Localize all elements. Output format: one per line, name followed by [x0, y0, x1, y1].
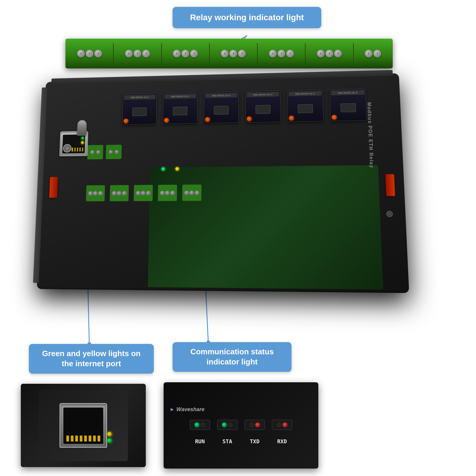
term-screw: [93, 191, 98, 196]
relay-unit-6: SRD-05VDC-SL-C: [329, 89, 367, 121]
rj45-socket: [60, 403, 107, 448]
chassis-top-edge: [51, 70, 393, 84]
terminal-divider: [209, 43, 210, 64]
terminal-screw: [86, 50, 93, 57]
relay-coil-2: [173, 107, 187, 115]
led-sta: [176, 167, 179, 171]
relay-label-2: SRD-05VDC-SL-C: [165, 94, 196, 99]
relay-coil-1: [132, 107, 147, 116]
run-label: RUN: [190, 438, 210, 444]
led-sta-group: [176, 167, 179, 171]
sta-label: STA: [217, 438, 237, 444]
detail-led-indicators: ► Waveshare: [164, 382, 318, 469]
rj45-pin: [89, 436, 91, 441]
term-screw: [90, 150, 94, 154]
terminal-screw: [238, 50, 246, 57]
led-indicators-row: [162, 167, 179, 171]
txd-label: TXD: [245, 438, 265, 444]
main-chassis: SRD-05VDC-SL-C SRD-05VDC-SL-C SRD-05VDC-…: [37, 73, 409, 293]
pcb-surface: [148, 165, 383, 289]
detail-ethernet-port: [21, 384, 146, 467]
relay-led-3: [205, 117, 210, 122]
screw-hole-1: [386, 211, 393, 217]
terminal-group-6: [317, 50, 342, 57]
relay-unit-2: SRD-05VDC-SL-C: [163, 92, 198, 124]
run-led-dot-2: [201, 423, 205, 427]
small-terminals: [87, 145, 122, 159]
rxd-label: RXD: [272, 438, 292, 444]
terminal-screw: [181, 50, 189, 57]
relay-coil-5: [298, 104, 313, 113]
capacitor: [77, 120, 87, 136]
rj45-socket-inner: [63, 408, 103, 444]
relay-label-3: SRD-05VDC-SL-C: [205, 93, 237, 98]
led-block-sta: [217, 420, 237, 430]
led-run-group: [162, 167, 165, 171]
rj45-pin: [80, 436, 82, 441]
term-screw: [115, 150, 119, 154]
term-screw: [136, 191, 140, 195]
term-screw: [88, 191, 93, 196]
chassis-left-edge: [33, 87, 47, 283]
relay-modules-row: SRD-05VDC-SL-C SRD-05VDC-SL-C SRD-05VDC-…: [122, 89, 367, 125]
bottom-terminal-5: [182, 184, 201, 201]
terminal-screw: [286, 50, 294, 57]
din-clip-left: [49, 177, 58, 198]
relay-led-4: [247, 117, 252, 121]
led-run: [162, 167, 165, 171]
term-screw: [190, 190, 194, 195]
term-screw: [160, 190, 165, 195]
led-block-rxd: [272, 420, 292, 430]
terminal-screw: [94, 50, 102, 57]
relay-unit-1: SRD-05VDC-SL-C: [122, 93, 157, 125]
eth-pin: [77, 148, 78, 151]
terminal-divider: [305, 43, 306, 64]
relay-led-1: [124, 119, 129, 123]
txd-led-dot-2: [256, 423, 260, 427]
term-screw: [146, 191, 151, 195]
terminal-screw: [373, 50, 381, 57]
sta-led-dot: [222, 423, 226, 427]
callout-comm-indicator: Communication status indicator light: [173, 342, 292, 372]
relay-led-6: [332, 115, 337, 120]
relay-coil-4: [256, 105, 270, 114]
led-block-run: [190, 420, 210, 430]
terminal-screw: [134, 50, 141, 57]
eth-led-yellow: [81, 141, 84, 144]
terminal-divider: [257, 43, 258, 64]
rj45-pin: [93, 436, 96, 441]
term-screw: [109, 150, 113, 154]
term-screw: [96, 150, 101, 154]
terminal-screw: [173, 50, 181, 57]
terminal-screw: [77, 50, 85, 57]
terminal-screw: [142, 50, 150, 57]
relay-led-5: [289, 116, 294, 120]
led-block-txd: [245, 420, 265, 430]
terminal-strip-top: [65, 39, 393, 68]
term-screw: [122, 191, 127, 195]
sta-led-dot-2: [228, 423, 232, 427]
led-labels-row: RUN STA TXD RXD: [190, 438, 292, 444]
terminal-divider: [161, 43, 162, 64]
term-screw: [165, 190, 170, 195]
bottom-terminal-2: [110, 185, 129, 201]
relay-label-1: SRD-05VDC-SL-C: [124, 95, 156, 100]
relay-coil-6: [340, 103, 356, 112]
eth-pin: [72, 148, 73, 151]
relay-coil-3: [214, 106, 228, 115]
terminal-divider: [353, 43, 354, 64]
bottom-terminal-4: [158, 185, 177, 201]
callout-ethernet-lights: Green and yellow lights on the internet …: [29, 344, 154, 374]
rj45-pin: [98, 436, 100, 441]
terminal-divider: [113, 43, 114, 64]
terminal-screw: [325, 50, 333, 57]
txd-led-dot: [250, 423, 254, 427]
rj45-pin: [84, 436, 87, 441]
rj45-pins-row: [66, 436, 101, 441]
relay-unit-4: SRD-05VDC-SL-C: [245, 90, 281, 123]
term-screw: [98, 191, 103, 196]
port-led-yellow: [107, 432, 112, 436]
din-clip-right: [385, 174, 395, 196]
terminal-screw: [190, 50, 198, 57]
led-detail-inner: ► Waveshare: [164, 382, 318, 469]
